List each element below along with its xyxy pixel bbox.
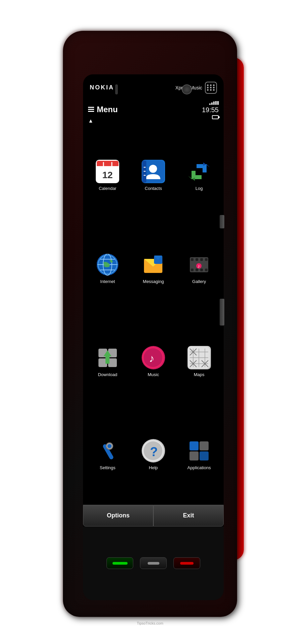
app-item-settings[interactable]: Settings <box>85 408 131 501</box>
app-grid: 12 Calendar <box>83 126 224 505</box>
end-bar <box>180 562 194 565</box>
center-button-inner <box>140 558 166 569</box>
log-icon <box>188 160 211 183</box>
svg-rect-10 <box>144 171 146 172</box>
call-button-inner <box>107 558 133 569</box>
internet-icon <box>96 253 119 276</box>
phone-body: NOKIA XpressMusic <box>63 31 237 617</box>
music-icon: ♪ <box>142 346 165 369</box>
svg-rect-33 <box>196 269 198 271</box>
options-label: Options <box>107 512 130 519</box>
screen-content: Menu 19:55 <box>83 101 224 526</box>
gallery-icon: ♪ <box>188 253 211 276</box>
app-item-contacts[interactable]: Contacts <box>131 129 176 222</box>
app-item-gallery[interactable]: ♪ Gallery <box>176 222 222 315</box>
help-icon: ? <box>142 439 165 462</box>
exit-label: Exit <box>183 512 194 519</box>
svg-rect-9 <box>144 167 146 168</box>
menu-title-area: Menu <box>88 105 118 114</box>
svg-rect-32 <box>191 269 194 271</box>
signal-bar-1 <box>209 103 211 105</box>
menu-title: Menu <box>97 105 118 114</box>
app-item-applications[interactable]: Applications <box>176 408 222 501</box>
website-text: TipsoTricks.com <box>137 621 163 625</box>
signal-bar-5 <box>217 101 219 105</box>
status-bar: Menu 19:55 <box>83 101 224 118</box>
app-item-log[interactable]: Log <box>176 129 222 222</box>
app-item-messaging[interactable]: Messaging <box>131 222 176 315</box>
svg-text:♪: ♪ <box>149 352 154 364</box>
antenna-icon: ▲ <box>88 118 93 124</box>
menu-lines-icon <box>88 107 94 112</box>
end-button[interactable] <box>173 557 200 569</box>
app-item-download[interactable]: Download <box>85 315 131 408</box>
svg-text:12: 12 <box>102 170 112 180</box>
svg-point-61 <box>107 444 111 448</box>
options-button[interactable]: Options <box>83 505 153 526</box>
svg-rect-66 <box>200 441 209 450</box>
svg-rect-2 <box>97 164 119 166</box>
signal-bar-2 <box>211 102 213 105</box>
calendar-icon: 12 <box>96 160 119 183</box>
bottom-keypad-area <box>83 526 224 600</box>
signal-bar-3 <box>213 101 215 105</box>
center-bar <box>148 562 159 565</box>
menu-screen: Menu 19:55 <box>83 101 224 526</box>
app-label-music: Music <box>148 372 159 377</box>
status-right: 19:55 <box>202 101 219 120</box>
settings-icon <box>96 439 119 462</box>
applications-icon <box>188 439 211 462</box>
app-item-internet[interactable]: Internet <box>85 222 131 315</box>
svg-rect-31 <box>205 258 208 261</box>
side-button-camera[interactable] <box>220 215 224 228</box>
app-label-internet: Internet <box>100 279 115 284</box>
side-button-volume[interactable] <box>220 299 224 326</box>
signal-bar-4 <box>215 101 217 105</box>
app-label-calendar: Calendar <box>99 186 117 191</box>
camera-lens <box>182 84 192 94</box>
svg-rect-35 <box>205 269 208 271</box>
contacts-icon <box>142 160 165 183</box>
svg-rect-29 <box>196 258 198 261</box>
svg-text:?: ? <box>150 445 158 459</box>
app-label-gallery: Gallery <box>192 279 206 284</box>
app-item-maps[interactable]: Maps <box>176 315 222 408</box>
svg-rect-30 <box>200 258 203 261</box>
maps-icon <box>188 346 211 369</box>
app-label-download: Download <box>98 372 117 377</box>
svg-text:♪: ♪ <box>198 263 200 269</box>
speaker-grill <box>115 84 118 94</box>
website-watermark: TipsoTricks.com <box>137 621 163 625</box>
phone-wrapper: NOKIA XpressMusic <box>56 31 244 627</box>
call-button[interactable] <box>106 557 133 569</box>
svg-rect-68 <box>200 451 209 460</box>
svg-rect-28 <box>191 258 194 261</box>
menu-line <box>88 109 94 110</box>
app-label-contacts: Contacts <box>145 186 162 191</box>
app-item-help[interactable]: ? Help <box>131 408 176 501</box>
menu-line <box>88 111 94 112</box>
app-label-maps: Maps <box>194 372 205 377</box>
svg-marker-12 <box>192 171 202 179</box>
app-label-log: Log <box>196 186 203 191</box>
app-item-calendar[interactable]: 12 Calendar <box>85 129 131 222</box>
signal-bars-icon <box>209 101 219 105</box>
app-label-messaging: Messaging <box>143 279 164 284</box>
top-sensor-area <box>83 78 224 101</box>
app-label-settings: Settings <box>100 465 116 470</box>
download-icon <box>96 346 119 369</box>
svg-rect-65 <box>190 441 199 450</box>
app-label-help: Help <box>149 465 158 470</box>
center-button[interactable] <box>140 557 167 569</box>
exit-button[interactable]: Exit <box>153 505 224 526</box>
messaging-icon <box>142 253 165 276</box>
soft-keys-bar: Options Exit <box>83 505 224 526</box>
call-bar <box>112 562 128 565</box>
svg-rect-34 <box>200 269 203 271</box>
svg-marker-13 <box>197 164 207 172</box>
svg-point-7 <box>149 165 157 173</box>
app-item-music[interactable]: ♪ Music <box>131 315 176 408</box>
end-button-inner <box>174 558 200 569</box>
battery-icon <box>212 115 219 119</box>
menu-line <box>88 107 94 108</box>
